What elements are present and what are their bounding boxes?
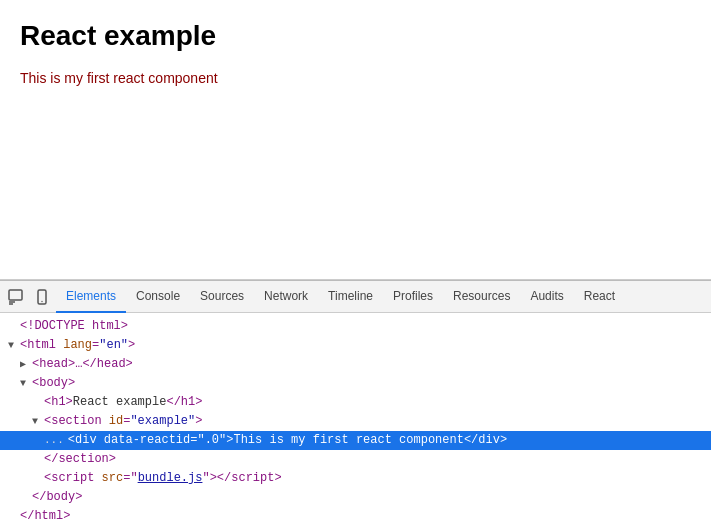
tab-timeline[interactable]: Timeline bbox=[318, 281, 383, 313]
react-paragraph: This is my first react component bbox=[20, 70, 691, 86]
dom-body-close[interactable]: </body> bbox=[0, 488, 711, 507]
devtools-toolbar: Elements Console Sources Network Timelin… bbox=[0, 281, 711, 313]
tab-elements[interactable]: Elements bbox=[56, 281, 126, 313]
svg-point-4 bbox=[41, 300, 42, 301]
mobile-icon[interactable] bbox=[30, 285, 54, 309]
devtools-panel: Elements Console Sources Network Timelin… bbox=[0, 280, 711, 527]
dom-section-open[interactable]: <section id="example"> bbox=[0, 412, 711, 431]
tab-audits[interactable]: Audits bbox=[520, 281, 573, 313]
main-content-area: React example This is my first react com… bbox=[0, 0, 711, 280]
tab-network[interactable]: Network bbox=[254, 281, 318, 313]
dom-div-selected[interactable]: ...<div data-reactid=".0">This is my fir… bbox=[0, 431, 711, 450]
dom-html-open[interactable]: <html lang="en"> bbox=[0, 336, 711, 355]
dom-body-open[interactable]: <body> bbox=[0, 374, 711, 393]
svg-rect-0 bbox=[9, 290, 22, 300]
tab-console[interactable]: Console bbox=[126, 281, 190, 313]
dom-script[interactable]: <script src="bundle.js"></script> bbox=[0, 469, 711, 488]
inspect-element-icon[interactable] bbox=[4, 285, 28, 309]
dom-head[interactable]: <head>…</head> bbox=[0, 355, 711, 374]
tab-react[interactable]: React bbox=[574, 281, 625, 313]
tab-resources[interactable]: Resources bbox=[443, 281, 520, 313]
tab-sources[interactable]: Sources bbox=[190, 281, 254, 313]
dom-h1[interactable]: <h1>React example</h1> bbox=[0, 393, 711, 412]
dom-doctype[interactable]: <!DOCTYPE html> bbox=[0, 317, 711, 336]
tab-profiles[interactable]: Profiles bbox=[383, 281, 443, 313]
page-title: React example bbox=[20, 20, 691, 52]
devtools-dom-content: <!DOCTYPE html> <html lang="en"> <head>…… bbox=[0, 313, 711, 527]
dom-section-close[interactable]: </section> bbox=[0, 450, 711, 469]
dom-html-close[interactable]: </html> bbox=[0, 507, 711, 526]
